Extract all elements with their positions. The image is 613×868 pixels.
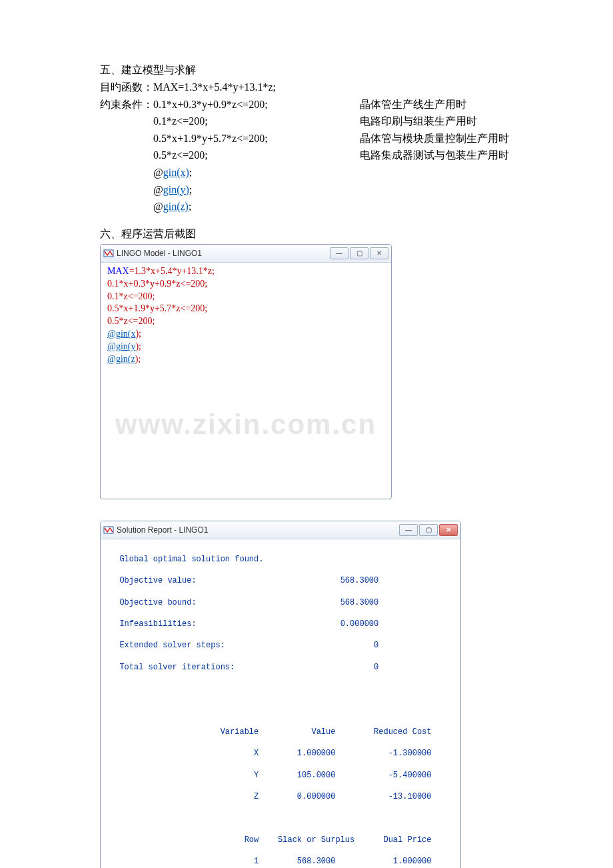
constraint-code: 0.5*x+1.9*y+5.7*z<=200;	[153, 130, 360, 147]
indent	[100, 164, 153, 181]
section6-title: 六、程序运营后截图	[100, 227, 573, 241]
report-line: Total solver iterations: 0	[110, 662, 454, 673]
model-titlebar[interactable]: LINGO Model - LINGO1 — ▢ ✕	[101, 245, 391, 263]
maximize-button[interactable]: ▢	[350, 247, 368, 259]
report-body[interactable]: Global optimal solution found. Objective…	[101, 539, 460, 868]
at-symbol: @	[153, 164, 163, 181]
constraint-note: 晶体管生产线生产用时	[360, 96, 466, 113]
model-editor-body[interactable]: MAX=1.3*x+5.4*y+13.1*z; 0.1*x+0.3*y+0.9*…	[101, 263, 391, 499]
close-button[interactable]: ✕	[439, 524, 458, 536]
window-controls: — ▢ ✕	[328, 247, 388, 259]
indent	[100, 113, 153, 130]
close-icon: ✕	[446, 526, 451, 533]
indent	[100, 198, 153, 215]
objective-code: MAX=1.3*x+5.4*y+13.1*z;	[153, 79, 276, 96]
report-row-header: Row Slack or Surplus Dual Price	[110, 835, 454, 845]
document-page: 五、建立模型与求解 目旳函数： MAX=1.3*x+5.4*y+13.1*z; …	[0, 0, 613, 868]
gin-tail: ;	[189, 164, 192, 181]
model-line: @gin(z);	[107, 353, 384, 366]
watermark-text: www.zixin.com.cn	[107, 406, 384, 444]
minimize-icon: —	[405, 526, 412, 533]
close-button[interactable]: ✕	[370, 247, 388, 259]
model-line: @gin(x);	[107, 328, 384, 341]
gin-tail: ;	[189, 181, 192, 199]
report-var-row: X 1.000000 -1.300000	[110, 748, 454, 759]
constraint-code: 0.5*z<=200;	[153, 147, 360, 164]
report-titlebar[interactable]: Solution Report - LINGO1 — ▢ ✕	[101, 521, 460, 539]
minimize-button[interactable]: —	[399, 524, 418, 536]
report-blank	[110, 813, 454, 823]
gin-call: @gin(z	[107, 354, 135, 364]
app-icon	[103, 525, 114, 535]
gin-tail: );	[135, 329, 141, 339]
objective-label: 目旳函数：	[100, 79, 153, 96]
constraint-line-1: 约束条件： 0.1*x+0.3*y+0.9*z<=200; 晶体管生产线生产用时	[100, 96, 573, 113]
constraint-line-2: 0.1*z<=200; 电路印刷与组装生产用时	[100, 113, 573, 130]
app-icon	[103, 248, 114, 259]
model-expr: =1.3*x+5.4*y+13.1*z;	[129, 266, 215, 276]
constraint-line-3: 0.5*x+1.9*y+5.7*z<=200; 晶体管与模块质量控制生产用时	[100, 130, 573, 147]
report-blank	[110, 705, 454, 716]
gin-fn: gin(x)	[163, 164, 189, 181]
indent	[100, 147, 153, 164]
maximize-button[interactable]: ▢	[419, 524, 438, 536]
report-window-title: Solution Report - LINGO1	[117, 525, 398, 535]
model-line: @gin(y);	[107, 341, 384, 353]
at-symbol: @	[153, 198, 163, 215]
indent	[100, 130, 153, 147]
window-controls: — ▢ ✕	[398, 524, 458, 536]
gin-line-2: @gin(y);	[100, 181, 573, 199]
report-line: Objective value: 568.3000	[110, 575, 454, 586]
gin-tail: );	[135, 354, 141, 364]
gin-fn: gin(y)	[163, 181, 189, 199]
max-keyword: MAX	[107, 266, 129, 276]
report-line: Global optimal solution found.	[110, 554, 454, 565]
gin-line-1: @gin(x);	[100, 164, 573, 181]
objective-line: 目旳函数： MAX=1.3*x+5.4*y+13.1*z;	[100, 79, 573, 96]
constraint-label: 约束条件：	[100, 96, 153, 113]
indent	[100, 181, 153, 199]
constraint-note: 电路集成器测试与包装生产用时	[360, 147, 509, 164]
report-var-header: Variable Value Reduced Cost	[110, 727, 454, 737]
lingo-model-window: LINGO Model - LINGO1 — ▢ ✕ MAX=1.3*x+5.4…	[100, 244, 392, 499]
report-var-row: Y 105.0000 -5.400000	[110, 770, 454, 781]
constraint-code: 0.1*x+0.3*y+0.9*z<=200;	[153, 96, 360, 113]
maximize-icon: ▢	[356, 249, 362, 257]
report-var-row: Z 0.000000 -13.10000	[110, 791, 454, 802]
gin-tail: ;	[189, 198, 191, 215]
at-symbol: @	[153, 181, 163, 199]
gin-call: @gin(y	[107, 341, 135, 351]
model-line: 0.1*x+0.3*y+0.9*z<=200;	[107, 278, 384, 291]
constraint-code: 0.1*z<=200;	[153, 113, 360, 130]
report-line: Extended solver steps: 0	[110, 640, 454, 651]
solution-report-window: Solution Report - LINGO1 — ▢ ✕ Global op…	[100, 521, 461, 868]
gin-tail: );	[135, 341, 141, 351]
model-window-title: LINGO Model - LINGO1	[117, 249, 328, 258]
constraint-note: 电路印刷与组装生产用时	[360, 113, 477, 130]
model-line: 0.5*z<=200;	[107, 315, 384, 328]
constraint-line-4: 0.5*z<=200; 电路集成器测试与包装生产用时	[100, 147, 573, 164]
constraint-note: 晶体管与模块质量控制生产用时	[360, 130, 509, 147]
model-line: 0.1*z<=200;	[107, 291, 384, 303]
report-row: 1 568.3000 1.000000	[110, 856, 454, 867]
report-line: Objective bound: 568.3000	[110, 597, 454, 608]
section5-title: 五、建立模型与求解	[100, 63, 573, 77]
model-line: MAX=1.3*x+5.4*y+13.1*z;	[107, 265, 384, 278]
model-line: 0.5*x+1.9*y+5.7*z<=200;	[107, 303, 384, 315]
gin-fn: gin(z)	[163, 198, 189, 215]
gin-line-3: @gin(z);	[100, 198, 573, 215]
maximize-icon: ▢	[426, 526, 432, 533]
report-blank	[110, 683, 454, 694]
minimize-icon: —	[336, 249, 342, 257]
gin-call: @gin(x	[107, 329, 135, 339]
minimize-button[interactable]: —	[330, 247, 348, 259]
report-line: Infeasibilities: 0.000000	[110, 619, 454, 629]
close-icon: ✕	[376, 249, 382, 257]
